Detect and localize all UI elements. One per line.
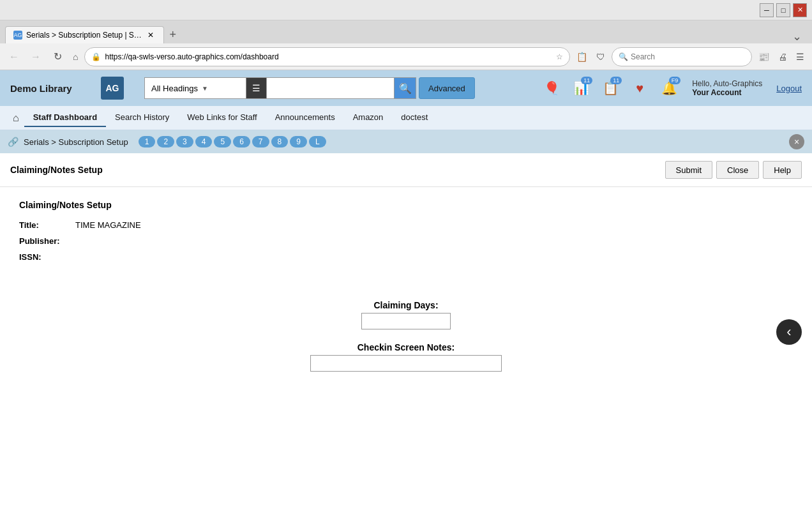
app-logo: Demo Library (10, 83, 93, 94)
title-field-row: Title: TIME MAGAZINE (19, 220, 793, 230)
print-icon[interactable]: 🖨 (776, 49, 790, 64)
breadcrumb-bar: 🔗 Serials > Subscription Setup 1 2 3 4 5… (0, 130, 812, 153)
stack-icon: ☰ (252, 83, 260, 93)
address-bar[interactable]: 🔒 ☆ (84, 47, 570, 66)
bookmark-icon[interactable]: 📋 (574, 49, 590, 64)
breadcrumb-close-button[interactable]: × (789, 134, 804, 149)
checkin-notes-field: Checkin Screen Notes: (310, 342, 502, 372)
breadcrumb-tab-7[interactable]: 7 (252, 136, 269, 147)
title-value: TIME MAGAZINE (75, 220, 141, 230)
breadcrumb-text: Serials > Subscription Setup (24, 137, 128, 147)
tab-close-button[interactable]: ✕ (146, 30, 156, 40)
search-stack-icon[interactable]: ☰ (246, 77, 267, 99)
reading-list-icon[interactable]: 📰 (756, 49, 772, 64)
minimize-button[interactable]: ─ (760, 3, 774, 17)
main-content: Claiming/Notes Setup Submit Close Help C… (0, 153, 812, 514)
nav-item-announcements[interactable]: Announcements (266, 109, 344, 127)
nav-bar: ⌂ Staff Dashboard Search History Web Lin… (0, 106, 812, 130)
browser-search-input[interactable] (631, 52, 745, 61)
nav-item-staff-dashboard[interactable]: Staff Dashboard (24, 109, 106, 127)
back-nav-button[interactable]: ← (5, 48, 23, 66)
claiming-days-label: Claiming Days: (373, 300, 438, 310)
account-section[interactable]: Hello, Auto-Graphics Your Account (692, 79, 762, 97)
home-nav-icon: ⌂ (70, 49, 80, 64)
logo-icon: AG (101, 77, 124, 100)
refresh-button[interactable]: ↻ (49, 48, 66, 66)
shield-icon: 🛡 (594, 49, 608, 64)
search-icon: 🔍 (619, 52, 628, 61)
breadcrumb-tab-4[interactable]: 4 (195, 136, 213, 147)
menu-icon[interactable]: ☰ (793, 49, 807, 64)
catalog-badge: 11 (581, 77, 592, 84)
publisher-label: Publisher: (19, 236, 70, 246)
browser-frame: ─ □ ✕ AG Serials > Subscription Setup | … (0, 0, 812, 514)
tab-list-button[interactable]: ⌄ (787, 29, 807, 43)
search-submit-icon: 🔍 (399, 82, 412, 94)
search-type-label: All Headings (151, 84, 198, 93)
browser-search-bar[interactable]: 🔍 (612, 47, 752, 66)
header-icons: 🎈 📊 11 📋 11 ♥ 🔔 F9 Hello, Auto-Graphics … (540, 77, 802, 100)
list-icon-button[interactable]: 📋 11 (599, 77, 622, 100)
help-button[interactable]: Help (763, 161, 802, 179)
star-icon[interactable]: ☆ (556, 52, 563, 61)
breadcrumb-tab-6[interactable]: 6 (233, 136, 250, 147)
nav-item-doctest[interactable]: doctest (392, 109, 437, 127)
catalog-icon-button[interactable]: 📊 11 (569, 77, 592, 100)
claiming-days-field: Claiming Days: (361, 300, 451, 329)
hotair-balloon-icon-button[interactable]: 🎈 (540, 77, 563, 100)
new-tab-button[interactable]: + (164, 26, 182, 43)
tab-bar: AG Serials > Subscription Setup | S… ✕ +… (0, 20, 812, 43)
breadcrumb-tab-2[interactable]: 2 (157, 136, 174, 147)
account-name-label: Your Account (692, 88, 741, 97)
search-type-dropdown[interactable]: All Headings ▼ (144, 77, 246, 99)
publisher-field-row: Publisher: (19, 236, 793, 246)
logout-button[interactable]: Logout (776, 84, 802, 93)
issn-label: ISSN: (19, 252, 70, 262)
submit-button[interactable]: Submit (665, 161, 712, 179)
tab-label: Serials > Subscription Setup | S… (26, 31, 142, 40)
active-tab[interactable]: AG Serials > Subscription Setup | S… ✕ (5, 26, 164, 43)
title-bar: ─ □ ✕ (0, 0, 812, 20)
breadcrumb-tab-1[interactable]: 1 (139, 136, 156, 147)
title-label: Title: (19, 220, 70, 230)
issn-field-row: ISSN: (19, 252, 793, 262)
tab-favicon: AG (13, 31, 22, 40)
form-section: Claiming/Notes Setup Title: TIME MAGAZIN… (0, 187, 812, 281)
nav-item-search-history[interactable]: Search History (106, 109, 178, 127)
nav-home-button[interactable]: ⌂ (8, 110, 24, 126)
close-button[interactable]: Close (716, 161, 759, 179)
content-header: Claiming/Notes Setup Submit Close Help (0, 153, 812, 187)
content-actions: Submit Close Help (665, 161, 802, 179)
chevron-down-icon: ▼ (202, 85, 208, 92)
breadcrumb-tab-3[interactable]: 3 (176, 136, 193, 147)
heart-icon: ♥ (636, 81, 643, 96)
lock-icon: 🔒 (91, 52, 101, 61)
toolbar: ← → ↻ ⌂ 🔒 ☆ 📋 🛡 🔍 📰 🖨 ☰ (0, 43, 812, 70)
breadcrumb-tab-8[interactable]: 8 (271, 136, 289, 147)
checkin-notes-input[interactable] (310, 355, 502, 372)
checkin-notes-label: Checkin Screen Notes: (357, 342, 455, 352)
search-section: All Headings ▼ ☰ 🔍 Advanced (144, 77, 475, 99)
center-form: Claiming Days: Checkin Screen Notes: (0, 300, 812, 372)
url-input[interactable] (105, 52, 552, 61)
search-go-button[interactable]: 🔍 (395, 77, 416, 99)
bell-badge: F9 (669, 77, 681, 84)
breadcrumb-tab-9[interactable]: 9 (290, 136, 307, 147)
back-button[interactable]: ‹ (776, 319, 802, 345)
form-subtitle: Claiming/Notes Setup (19, 200, 793, 210)
advanced-search-button[interactable]: Advanced (419, 77, 475, 99)
account-hello-text: Hello, Auto-Graphics (692, 79, 762, 88)
nav-item-amazon[interactable]: Amazon (344, 109, 393, 127)
maximize-button[interactable]: □ (776, 3, 790, 17)
main-search-input[interactable] (267, 77, 395, 99)
close-button[interactable]: ✕ (793, 3, 807, 17)
heart-icon-button[interactable]: ♥ (628, 77, 651, 100)
nav-item-web-links[interactable]: Web Links for Staff (178, 109, 266, 127)
claiming-days-input[interactable] (361, 313, 451, 329)
forward-nav-button[interactable]: → (27, 48, 45, 66)
app-header: Demo Library AG All Headings ▼ ☰ 🔍 Advan… (0, 70, 812, 106)
breadcrumb-link-icon: 🔗 (8, 137, 19, 147)
breadcrumb-tab-5[interactable]: 5 (214, 136, 231, 147)
bell-icon-button[interactable]: 🔔 F9 (658, 77, 680, 100)
breadcrumb-tab-l[interactable]: L (309, 136, 326, 147)
